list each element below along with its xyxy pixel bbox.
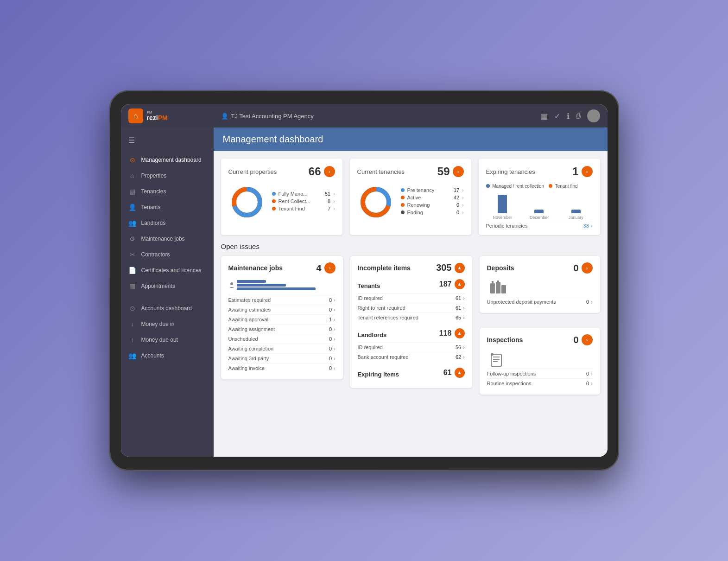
calendar-icon[interactable]: ▦	[541, 112, 548, 121]
maint-val-0: 0 ›	[329, 297, 335, 303]
maint-label-5: Awaiting completion	[228, 346, 274, 351]
incomplete-row-id[interactable]: ID required 61 ›	[358, 293, 465, 303]
expiring-items-btn[interactable]: ▲	[455, 368, 465, 378]
current-properties-card: Current properties 66 ›	[221, 159, 342, 235]
sidebar-item-tenants[interactable]: 👤 Tenants	[121, 199, 214, 215]
sidebar-item-contractors[interactable]: ✂ Contractors	[121, 247, 214, 262]
maintenance-arrow-btn[interactable]: ›	[324, 262, 336, 274]
agency-name: 👤 TJ Test Accounting PM Agency	[221, 113, 541, 120]
deposits-arrow-btn[interactable]: ›	[582, 262, 593, 274]
tenants-rows: ID required 61 › Right to rent required	[358, 293, 465, 322]
sidebar-item-maintenance-jobs[interactable]: ⚙ Maintenance jobs	[121, 231, 214, 247]
info-icon[interactable]: ℹ	[567, 112, 570, 121]
maint-row-awaiting-invoice[interactable]: Awaiting invoice 0 ›	[228, 363, 336, 373]
tenancies-count-row: 59 ›	[437, 165, 464, 178]
landlords-icon: 👥	[128, 219, 137, 227]
maint-row-awaiting-estimates[interactable]: Awaiting estimates 0 ›	[228, 305, 336, 314]
landlords-sub-row: Landlords 118 ▲	[358, 327, 465, 339]
sidebar-label-tenants: Tenants	[141, 204, 161, 210]
user-avatar[interactable]	[587, 109, 600, 122]
issues-row: Maintenance jobs 4 ›	[221, 256, 600, 402]
landlords-arrow-btn[interactable]: ▲	[455, 328, 465, 338]
inspections-arrow-btn[interactable]: ›	[582, 334, 593, 345]
legend-label-0: Fully Mana...	[279, 191, 308, 197]
expiring-arrow-btn[interactable]: ›	[582, 166, 593, 177]
properties-card-body: Fully Mana... 51 › Rent Collect... 8 ›	[228, 184, 335, 221]
legend-label-pre: Pre tenancy	[407, 187, 435, 193]
deposits-header: Deposits 0 ›	[487, 262, 593, 274]
periodic-count: 38	[583, 223, 589, 229]
svg-rect-5	[490, 283, 495, 293]
legend-ending[interactable]: Ending 0 ›	[401, 210, 464, 215]
incomplete-row-references[interactable]: Tenant references required 65 ›	[358, 312, 465, 322]
legend-pre-tenancy[interactable]: Pre tenancy 17 ›	[401, 187, 464, 193]
landlords-row-bank[interactable]: Bank account required 62 ›	[358, 352, 465, 362]
maint-label-7: Awaiting invoice	[228, 365, 265, 371]
bar-label-dec: December	[530, 215, 549, 220]
bar-december: December	[523, 210, 556, 220]
legend-fully-managed[interactable]: Fully Mana... 51 ›	[272, 191, 335, 197]
inspections-routine-row[interactable]: Routine inspections 0 ›	[487, 378, 593, 388]
legend-rent-collect[interactable]: Rent Collect... 8 ›	[272, 198, 335, 204]
svg-point-4	[230, 282, 233, 285]
maint-row-estimates-required[interactable]: Estimates required 0 ›	[228, 295, 336, 305]
money-out-icon: ↑	[128, 336, 137, 344]
legend-dot-pre	[401, 188, 405, 192]
svg-rect-7	[496, 282, 500, 293]
accounts-dashboard-icon: ⊙	[128, 305, 137, 312]
certificates-icon: 📄	[128, 267, 137, 274]
legend-label-1: Rent Collect...	[279, 198, 310, 204]
deposits-icon-area	[487, 278, 510, 297]
deposits-svg-icon	[489, 280, 508, 296]
sidebar-item-money-due-in[interactable]: ↓ Money due in	[121, 316, 214, 332]
sidebar-item-accounts-dashboard[interactable]: ⊙ Accounts dashboard	[121, 300, 214, 316]
incomplete-row-right-to-rent[interactable]: Right to rent required 61 ›	[358, 303, 465, 312]
legend-tenant-find[interactable]: Tenant Find 7 ›	[272, 206, 335, 211]
maintenance-count: 4	[316, 263, 321, 274]
check-icon[interactable]: ✓	[554, 112, 560, 121]
dashboard-icon: ⊙	[128, 156, 137, 164]
maint-row-awaiting-approval[interactable]: Awaiting approval 1 ›	[228, 314, 336, 324]
sidebar-item-tenancies[interactable]: ▤ Tenancies	[121, 184, 214, 199]
tablet-frame: ⌂ PM reziPM 👤 TJ Test Accounting PM Agen…	[109, 90, 619, 471]
legend-renewing[interactable]: Renewing 0 ›	[401, 202, 464, 208]
inspections-followup-row[interactable]: Follow-up inspections 0 ›	[487, 369, 593, 378]
sidebar-item-management-dashboard[interactable]: ⊙ Management dashboard	[121, 152, 214, 168]
periodic-label: Periodic tenancies	[486, 223, 528, 229]
inspections-title: Inspections	[487, 336, 523, 344]
hamburger-menu[interactable]: ☰	[121, 132, 214, 152]
landlords-row-id[interactable]: ID required 56 ›	[358, 342, 465, 352]
tenancies-arrow-btn[interactable]: ›	[453, 166, 464, 177]
sidebar-item-accounts[interactable]: 👥 Accounts	[121, 348, 214, 363]
sidebar-item-properties[interactable]: ⌂ Properties	[121, 168, 214, 184]
sidebar-item-certificates[interactable]: 📄 Certificates and licences	[121, 262, 214, 278]
maint-row-awaiting-completion[interactable]: Awaiting completion 0 ›	[228, 344, 336, 353]
sidebar-item-money-due-out[interactable]: ↑ Money due out	[121, 332, 214, 348]
svg-rect-13	[493, 361, 498, 362]
sidebar-item-landlords[interactable]: 👥 Landlords	[121, 215, 214, 231]
maint-row-awaiting-assignment[interactable]: Awaiting assignment 0 ›	[228, 324, 336, 334]
tenancies-icon: ▤	[128, 188, 137, 195]
print-icon[interactable]: ⎙	[576, 112, 581, 120]
deposits-card: Deposits 0 ›	[480, 256, 600, 313]
legend-val-active: 42	[454, 195, 459, 200]
properties-arrow-btn[interactable]: ›	[324, 166, 335, 177]
maint-row-unscheduled[interactable]: Unscheduled 0 ›	[228, 334, 336, 344]
maintenance-icon-area	[228, 278, 336, 295]
legend-active[interactable]: Active 42 ›	[401, 195, 464, 200]
legend-label-renewing: Renewing	[407, 202, 430, 208]
periodic-count-row[interactable]: 38 ›	[583, 223, 593, 229]
maint-num-3: 0	[329, 326, 332, 332]
sidebar-item-appointments[interactable]: ▦ Appointments	[121, 278, 214, 294]
incomplete-arrow-btn[interactable]: ▲	[455, 263, 465, 273]
bar-label-jan: January	[569, 215, 583, 220]
inspections-count-row: 0 ›	[573, 334, 592, 345]
legend-label-ending: Ending	[407, 210, 423, 215]
deposits-unprotected-row[interactable]: Unprotected deposit payments 0 ›	[487, 297, 593, 306]
inspections-routine-label: Routine inspections	[487, 381, 532, 386]
top-bar-icons: ▦ ✓ ℹ ⎙	[541, 109, 600, 122]
tenants-arrow-btn[interactable]: ▲	[455, 279, 465, 289]
expiring-card-title: Expiring tenancies	[486, 168, 535, 175]
maint-row-awaiting-3rd-party[interactable]: Awaiting 3rd party 0 ›	[228, 353, 336, 363]
maintenance-card: Maintenance jobs 4 ›	[221, 256, 343, 379]
